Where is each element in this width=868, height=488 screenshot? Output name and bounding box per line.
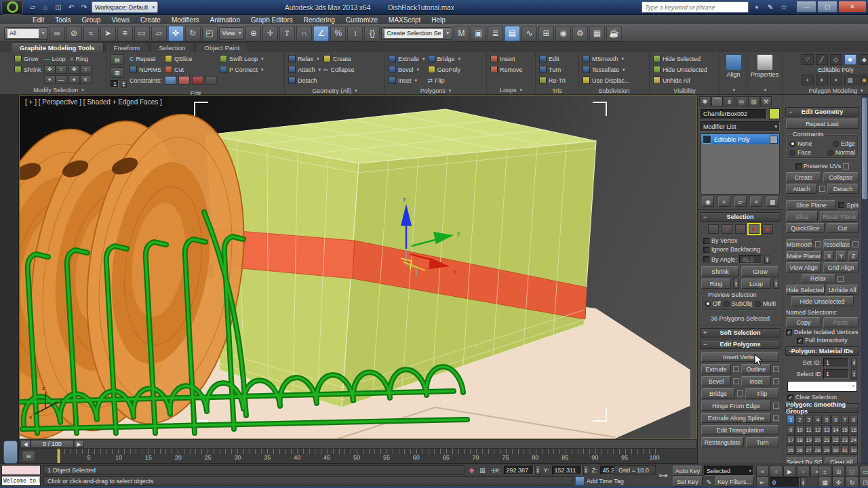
ring-mode-icon[interactable]: ✜ [68,65,80,74]
relax-settings-icon[interactable] [837,276,844,282]
reset-plane-button[interactable]: Reset Plane [820,211,859,222]
repeat-last-button[interactable]: Repeat Last [786,119,859,129]
turn-tris-button[interactable]: Turn [539,65,566,74]
attach-button-panel[interactable]: Attach [786,184,817,194]
hide-unselected-button[interactable]: Hide Unselected [791,296,854,306]
stack-item-editable-poly[interactable]: Editable Poly [701,134,779,144]
smoothing-group-cell[interactable]: 6 [831,415,840,424]
panel-footer-tris[interactable]: Tris [536,87,578,94]
paste-button[interactable]: Paste [823,317,859,327]
preview-subobj-radio[interactable]: SubObj [724,300,752,307]
smoothing-group-cell[interactable]: 1 [787,415,795,424]
curve-editor-icon[interactable]: ∿ [521,26,537,41]
make-planar-x-button[interactable]: X [824,251,834,261]
time-slider[interactable]: ◀ 0 / 100 ▶ [19,439,697,449]
smoothing-group-cell[interactable]: 16 [850,425,858,434]
utilities-tab[interactable]: ⚒ [760,96,772,106]
selection-filter-dropdown[interactable]: All▾ [4,27,48,40]
material-editor-icon[interactable]: ◉ [555,26,571,41]
delete-isolated-vertices-checkbox[interactable]: ✓ [786,329,792,336]
relax-button[interactable]: Relax [288,54,321,63]
zoom-icon[interactable]: ± [818,466,831,477]
by-vertex-checkbox[interactable] [703,238,709,244]
paint-selection-region-icon[interactable]: ▱ [151,26,167,41]
search-input[interactable] [642,1,749,13]
isolate-selection-icon[interactable]: ❖ [467,466,477,475]
edit-iterations-spinner[interactable]: ▲▼ [121,80,127,88]
maximize-button[interactable]: ▢ [817,1,837,13]
collapse-stack-icon[interactable]: ▦ [844,75,856,85]
smoothing-group-cell[interactable]: 31 [841,445,849,455]
ribbon-tab[interactable]: Graphite Modeling Tools [11,42,104,52]
border-mode-icon[interactable]: ◇ [830,54,842,65]
slice-plane-button[interactable]: Slice Plane [786,200,836,210]
menu-item[interactable]: MAXScript [383,15,426,24]
inset-ribbon-button[interactable]: Inset [389,76,425,85]
3ds-max-logo-icon[interactable] [1,0,23,15]
outline-button[interactable]: Outline [741,364,771,374]
auto-key-button[interactable]: Auto Key [673,466,703,476]
cut-button-panel[interactable]: Cut [827,223,859,233]
ignore-backfacing-checkbox[interactable] [703,247,709,253]
preserve-uvs-settings-icon[interactable] [843,163,849,169]
workspace-dropdown[interactable]: Workspace: Default ▾ [92,1,158,13]
retriangulate-button[interactable]: Retriangulate [701,437,744,447]
menu-item[interactable]: Graph Editors [245,15,298,24]
swift-loop-button[interactable]: Swift Loop [220,54,264,63]
ribbon-tab[interactable]: Object Paint [195,42,248,52]
zoom-all-icon[interactable]: ⊞ [832,466,845,477]
bridge-button[interactable]: Bridge [701,388,735,399]
loop-dot-icon[interactable]: — [56,75,67,84]
edit-triangulation-button[interactable]: Edit Triangulation [701,425,779,435]
loop-mode-icon[interactable]: ✜ [44,65,56,74]
constraint-face-icon[interactable] [192,76,203,85]
render-setup-icon[interactable]: ⚙ [572,26,588,41]
stack-visibility-icon[interactable] [770,136,778,144]
smoothing-group-cell[interactable]: 9 [787,425,795,434]
edit-polygons-rollout-header[interactable]: −Edit Polygons [700,340,781,349]
communication-center-icon[interactable]: ✎ [765,2,776,12]
menu-item[interactable]: Rendering [298,15,340,24]
zoom-extents-icon[interactable]: ◱ [846,466,859,477]
shrink-selection-button[interactable]: Shrink [701,266,739,277]
panel-footer-polygon-modeling[interactable]: Polygon Modeling [783,87,868,94]
polygon-mode-icon[interactable]: ■ [844,54,856,65]
loop-spinner[interactable]: ▲▼ [773,279,779,289]
polygon-subobject-icon[interactable]: ■ [749,224,760,234]
insert-vertex-button[interactable]: Insert Vertex [701,352,779,362]
geopoly-button[interactable]: GeoPoly [428,65,461,74]
copy-button[interactable]: Copy [786,317,821,327]
time-slider-handle[interactable]: 0 / 100 [31,440,74,448]
next-frame-icon[interactable]: › [797,466,810,477]
mirror-icon[interactable]: M [454,26,469,41]
inset-settings-icon[interactable] [773,378,779,384]
bridge-ribbon-button[interactable]: Bridge [428,54,461,63]
element-subobject-icon[interactable]: ◆ [762,224,773,234]
attach-button[interactable]: Attach [288,65,321,74]
bridge-settings-icon[interactable] [737,390,743,396]
preview-off-radio[interactable]: Off [705,300,721,307]
ring-dot-icon[interactable]: ≡ [80,75,92,84]
panel-footer-geometry[interactable]: Geometry (All) [285,87,384,94]
panel-footer-subdivision[interactable]: Subdivision [579,87,649,94]
constraint-edge-icon[interactable] [178,76,190,85]
hide-selected-button[interactable]: Hide Selected [786,285,825,295]
pin-stack-icon[interactable]: ◉ [702,197,714,207]
insert-loop-button[interactable]: Insert [490,54,523,63]
panel-footer-polygons[interactable]: Polygons [385,87,486,94]
border-subobject-icon[interactable]: ◇ [735,224,746,234]
edit-iterations-field[interactable]: 1 [111,80,119,88]
ring-shift-icon[interactable]: ▾ [68,75,80,84]
panel-footer-loops[interactable]: Loops [487,86,535,94]
edit-paint-icon[interactable]: ▥ [111,67,124,78]
element-mode-icon[interactable]: ◆ [859,54,868,65]
by-angle-field[interactable]: 45.0 [739,255,762,264]
x-spinner[interactable]: ▲▼ [535,466,541,475]
schematic-view-icon[interactable]: ⊞ [538,26,554,41]
set-id-spinner[interactable]: ▲▼ [851,358,857,367]
constraint-normal-icon[interactable] [205,76,217,85]
menu-item[interactable]: Edit [27,15,50,24]
panel-footer-align[interactable] [720,86,747,94]
angle-snap-icon[interactable]: ∠ [313,26,329,41]
constraint-edge-radio[interactable]: Edge [833,140,855,147]
